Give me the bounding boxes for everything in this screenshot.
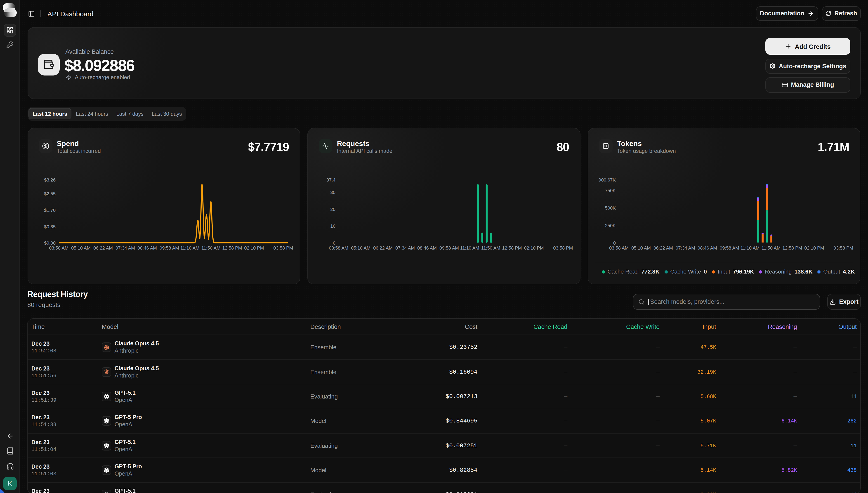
- svg-text:$2.55: $2.55: [44, 191, 56, 196]
- svg-text:05:10 AM: 05:10 AM: [631, 245, 651, 251]
- svg-text:900.67K: 900.67K: [599, 177, 616, 183]
- svg-text:06:22 AM: 06:22 AM: [373, 245, 393, 251]
- svg-text:06:22 AM: 06:22 AM: [653, 245, 673, 251]
- svg-text:02:10 PM: 02:10 PM: [524, 245, 544, 251]
- svg-text:11:50 AM: 11:50 AM: [481, 245, 500, 251]
- svg-text:03:58 AM: 03:58 AM: [329, 245, 348, 251]
- svg-text:05:10 AM: 05:10 AM: [71, 245, 90, 251]
- svg-text:30: 30: [330, 190, 336, 195]
- svg-text:$3.26: $3.26: [44, 177, 56, 183]
- svg-text:09:58 AM: 09:58 AM: [159, 245, 179, 251]
- svg-text:12:58 PM: 12:58 PM: [782, 245, 802, 251]
- svg-text:05:10 AM: 05:10 AM: [351, 245, 370, 251]
- svg-text:11:10 AM: 11:10 AM: [180, 245, 199, 251]
- svg-text:02:10 PM: 02:10 PM: [804, 245, 824, 251]
- svg-text:03:58 AM: 03:58 AM: [49, 245, 68, 251]
- svg-text:07:34 AM: 07:34 AM: [395, 245, 415, 251]
- svg-text:07:34 AM: 07:34 AM: [676, 245, 695, 251]
- svg-text:11:50 AM: 11:50 AM: [761, 245, 781, 251]
- svg-text:12:58 PM: 12:58 PM: [222, 245, 242, 251]
- svg-text:03:58 PM: 03:58 PM: [833, 245, 853, 251]
- svg-text:09:58 AM: 09:58 AM: [439, 245, 459, 251]
- svg-text:250K: 250K: [605, 223, 616, 228]
- svg-text:11:10 AM: 11:10 AM: [460, 245, 479, 251]
- svg-text:08:46 AM: 08:46 AM: [698, 245, 717, 251]
- svg-text:03:58 AM: 03:58 AM: [609, 245, 629, 251]
- svg-text:0: 0: [333, 240, 335, 245]
- svg-text:03:58 PM: 03:58 PM: [554, 245, 573, 251]
- svg-text:$0.85: $0.85: [44, 224, 56, 229]
- svg-text:08:46 AM: 08:46 AM: [417, 245, 437, 251]
- svg-text:11:10 AM: 11:10 AM: [740, 245, 760, 251]
- svg-text:37.4: 37.4: [327, 177, 336, 183]
- svg-text:11:50 AM: 11:50 AM: [201, 245, 220, 251]
- svg-text:08:46 AM: 08:46 AM: [137, 245, 157, 251]
- svg-text:09:58 AM: 09:58 AM: [720, 245, 739, 251]
- svg-text:$1.70: $1.70: [44, 208, 56, 213]
- svg-text:$0.00: $0.00: [44, 240, 56, 245]
- svg-text:500K: 500K: [605, 206, 616, 211]
- svg-text:0: 0: [613, 240, 615, 245]
- svg-text:10: 10: [330, 223, 336, 229]
- svg-text:06:22 AM: 06:22 AM: [93, 245, 113, 251]
- svg-text:12:58 PM: 12:58 PM: [502, 245, 522, 251]
- svg-text:03:58 PM: 03:58 PM: [273, 245, 293, 251]
- svg-text:20: 20: [330, 207, 336, 212]
- svg-text:07:34 AM: 07:34 AM: [115, 245, 135, 251]
- svg-text:750K: 750K: [605, 188, 616, 193]
- svg-text:02:10 PM: 02:10 PM: [244, 245, 264, 251]
